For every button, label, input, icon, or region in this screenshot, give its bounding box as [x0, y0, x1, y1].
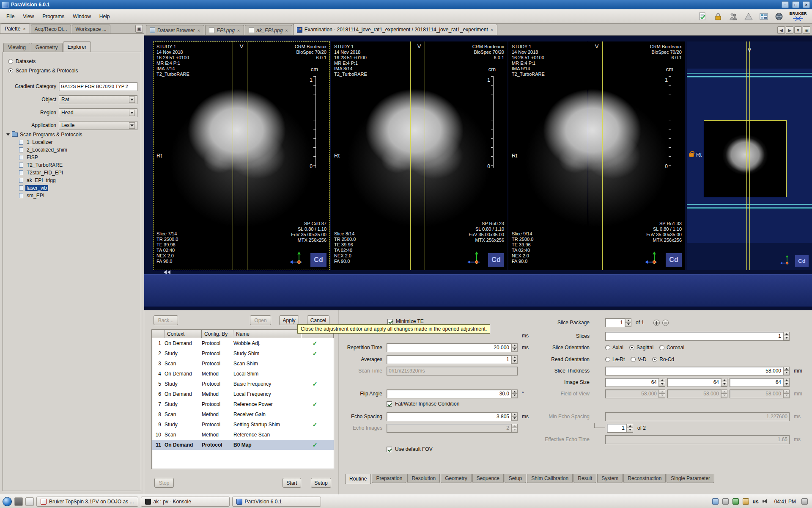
tree-item-protocol[interactable]: ak_EPI_trigg	[6, 177, 139, 184]
spinner-buttons[interactable]	[783, 367, 789, 375]
tray-icon[interactable]	[743, 498, 749, 505]
slice-geometry-line[interactable]	[410, 41, 411, 270]
minimize-button[interactable]: –	[782, 1, 789, 8]
slices-input[interactable]: 1	[605, 332, 790, 341]
spinner-buttons[interactable]	[626, 424, 633, 432]
spinner-buttons[interactable]	[511, 390, 517, 398]
close-icon[interactable]: ×	[490, 27, 494, 32]
users-icon[interactable]	[728, 11, 738, 22]
close-icon[interactable]: ×	[237, 28, 240, 33]
taskbar-tool-icon[interactable]	[14, 497, 23, 506]
spinner-buttons[interactable]	[721, 378, 727, 387]
tab-list-button[interactable]: ▼	[794, 26, 802, 34]
back-button[interactable]: Back...	[154, 315, 178, 325]
parameter-tab[interactable]: Geometry	[441, 474, 472, 483]
radio-axial[interactable]: Axial	[605, 345, 623, 351]
table-row[interactable]: 8 Scan Method Receiver Gain	[152, 409, 334, 420]
radio-sagittal[interactable]: Sagittal	[629, 345, 653, 351]
radio-le-rt[interactable]: Le-Rt	[605, 356, 625, 362]
table-row[interactable]: 5 Study Protocol Basic Frequency ✓	[152, 379, 334, 389]
fat-water-inphase-checkbox[interactable]: Fat/Water Inphase Condition	[387, 400, 459, 407]
parameter-tab[interactable]: Routine	[345, 474, 371, 484]
region-select[interactable]: Head	[59, 108, 137, 117]
taskbar-app-topspin[interactable]: Bruker TopSpin 3.1PV on DOJO as ...	[36, 497, 138, 507]
mri-image-panel[interactable]: STUDY 1 14 Nov 2018 16:28:51 +0100 MR E:…	[331, 41, 508, 270]
slice-geometry-line[interactable]	[233, 41, 233, 270]
tree-item-protocol[interactable]: 1_Localizer	[6, 138, 139, 146]
taskbar-app-paravision[interactable]: ParaVision 6.0.1	[232, 497, 321, 507]
tree-item-protocol[interactable]: laser_vib	[6, 184, 139, 192]
fov-geometry-box[interactable]	[704, 120, 787, 197]
taskbar-tool-icon[interactable]	[25, 497, 34, 506]
slice-geometry-line[interactable]	[247, 41, 247, 270]
radio-icon[interactable]	[605, 345, 610, 350]
volume-icon[interactable]	[763, 499, 769, 504]
slice-geometry-line[interactable]	[749, 41, 750, 270]
table-row[interactable]: 11 On Demand Protocol B0 Map ✓	[152, 440, 334, 450]
parameter-tab[interactable]: Result	[573, 474, 596, 483]
spinner-buttons[interactable]	[511, 356, 517, 364]
tray-icon[interactable]	[732, 498, 739, 505]
radio-coronal[interactable]: Coronal	[659, 345, 684, 351]
tray-icon[interactable]	[722, 498, 729, 505]
tab-epi-ppg[interactable]: EPI.ppg ×	[205, 25, 244, 35]
spinner-buttons[interactable]	[658, 378, 665, 387]
remove-slice-package-button[interactable]	[662, 320, 669, 326]
tray-icon[interactable]	[712, 498, 719, 505]
tab-acq-reco-display[interactable]: Acq/Reco Di...	[31, 25, 71, 33]
use-default-fov-checkbox[interactable]: Use default FOV	[387, 446, 433, 453]
table-row[interactable]: 4 On Demand Method Local Shim	[152, 369, 334, 379]
tab-palette[interactable]: Palette ×	[1, 23, 30, 33]
close-button[interactable]: ×	[803, 1, 810, 8]
table-row[interactable]: 10 Scan Method Reference Scan	[152, 430, 334, 440]
parameter-tab[interactable]: Sequence	[472, 474, 504, 483]
detach-tab-button[interactable]: ▣	[803, 26, 810, 34]
menu-file[interactable]: File	[3, 11, 18, 22]
lock-icon[interactable]	[713, 11, 723, 22]
radio-icon[interactable]	[659, 345, 664, 350]
mri-image-panel[interactable]: STUDY 1 14 Nov 2018 16:28:51 +0100 MR E:…	[153, 41, 330, 270]
start-button[interactable]: Start	[283, 478, 301, 488]
apply-button[interactable]: Apply	[279, 315, 299, 325]
echo-counter-input[interactable]: 1	[607, 424, 633, 433]
tree-item-protocol[interactable]: T2star_FID_EPI	[6, 169, 139, 177]
flip-angle-input[interactable]: 30.0	[387, 389, 518, 398]
column-header-index[interactable]	[152, 330, 165, 338]
echo-spacing-input[interactable]: 3.805	[387, 412, 518, 421]
parameter-tab[interactable]: Setup	[505, 474, 526, 483]
geometry-overview-panel[interactable]: V Rt Cd	[687, 41, 812, 270]
table-row[interactable]: 2 Study Protocol Study Shim ✓	[152, 348, 334, 359]
spinner-buttons[interactable]	[783, 378, 789, 387]
close-icon[interactable]: ×	[22, 26, 26, 31]
radio-icon[interactable]	[605, 357, 610, 362]
close-icon[interactable]: ×	[197, 28, 200, 33]
image-size-x-input[interactable]: 64	[605, 378, 665, 387]
close-icon[interactable]: ×	[285, 28, 288, 33]
setup-button[interactable]: Setup	[311, 478, 331, 488]
spinner-buttons[interactable]	[511, 413, 517, 421]
radio-icon[interactable]	[652, 357, 657, 362]
image-size-z-input[interactable]: 64	[730, 378, 790, 387]
radio-datasets[interactable]: Datasets	[8, 58, 36, 65]
tab-scroll-left-button[interactable]: ◀	[777, 26, 785, 34]
stop-button[interactable]: Stop	[154, 478, 174, 488]
parameter-tab[interactable]: System	[597, 474, 623, 483]
cancel-button[interactable]: Cancel	[307, 315, 329, 325]
slice-geometry-line[interactable]	[602, 41, 603, 270]
slice-thickness-input[interactable]: 58.000	[605, 367, 790, 375]
chevron-down-icon[interactable]	[129, 110, 135, 116]
table-row[interactable]: 1 On Demand Protocol Wobble Adj. ✓	[152, 338, 334, 348]
menu-help[interactable]: Help	[96, 11, 114, 22]
averages-input[interactable]: 1	[387, 355, 518, 364]
mri-image-panel[interactable]: STUDY 1 14 Nov 2018 16:28:51 +0100 MR E:…	[508, 41, 685, 270]
tab-geometry[interactable]: Geometry	[31, 43, 63, 52]
tree-root[interactable]: Scan Programs & Protocols	[6, 131, 139, 138]
tray-icon[interactable]	[801, 498, 808, 505]
object-select[interactable]: Rat	[59, 95, 137, 104]
spinner-buttons[interactable]	[511, 344, 517, 352]
menu-programs[interactable]: Programs	[38, 11, 68, 22]
maximize-button[interactable]: □	[792, 1, 799, 8]
column-header-config-by[interactable]: Config. By	[202, 330, 233, 338]
checkbox-icon[interactable]	[387, 319, 393, 324]
tab-scroll-right-button[interactable]: ▶	[786, 26, 793, 34]
